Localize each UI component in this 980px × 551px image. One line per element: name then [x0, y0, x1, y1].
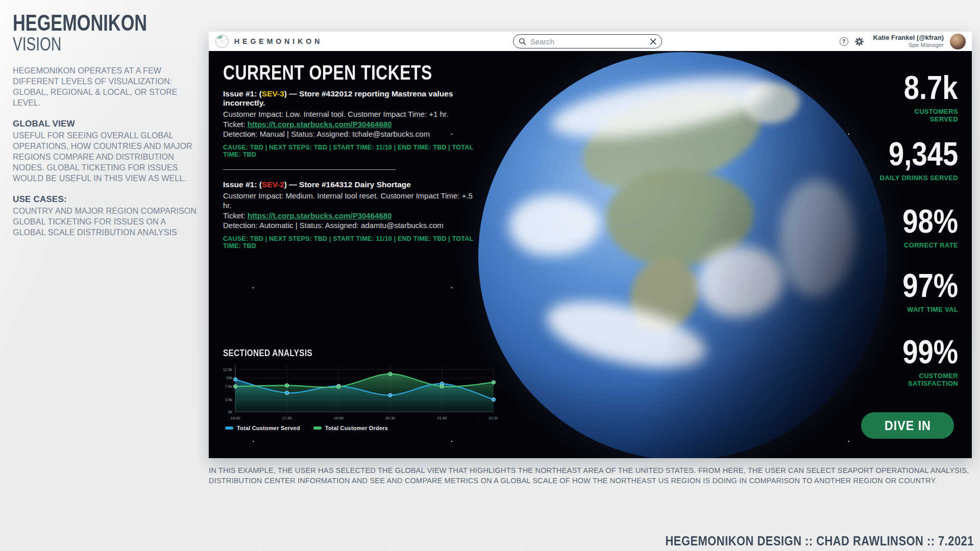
- svg-text:3.5k: 3.5k: [225, 397, 232, 402]
- severity-badge: SEV-2: [262, 180, 284, 189]
- metric-daily-drinks: 9,345 DAILY DRINKS SERVED: [876, 138, 958, 182]
- ticket-meta: CAUSE: TBD | NEXT STEPS: TBD | START TIM…: [223, 144, 481, 158]
- metric-satisfaction: 99% CUSTOMER SATISFACTION: [893, 336, 958, 387]
- ticket-impact: Customer Impact: Medium. Internal tool r…: [223, 191, 481, 211]
- metric-correct-rate: 98% CORRECT RATE: [893, 205, 958, 249]
- app-header: HEGEMONIKON ?: [209, 32, 972, 51]
- ticket-title: Issue #1: (SEV-2) — Store #164312 Dairy …: [223, 180, 481, 189]
- ticket-divider: [223, 169, 396, 170]
- svg-text:10k: 10k: [226, 375, 232, 380]
- global-view-heading: GLOBAL VIEW: [13, 118, 198, 130]
- legend-item: Total Customer Orders: [313, 425, 388, 431]
- metric-wait-time: 97% WAIT TIME VAL: [893, 269, 958, 313]
- ticket-detection: Detection: Manual | Status: Assigned: tc…: [223, 129, 481, 139]
- dashboard-panel: HEGEMONIKON ?: [209, 32, 972, 458]
- global-view-paragraph: USEFUL FOR SEEING OVERALL GLOBAL OPERATI…: [13, 130, 198, 184]
- svg-text:12.5k: 12.5k: [223, 367, 233, 372]
- settings-gear-icon[interactable]: [854, 37, 864, 46]
- svg-text:16:00: 16:00: [231, 416, 240, 420]
- legend-swatch: [313, 427, 322, 430]
- example-caption: IN THIS EXAMPLE, THE USER HAS SELECTED T…: [209, 465, 973, 486]
- svg-text:0k: 0k: [228, 410, 232, 414]
- user-avatar[interactable]: [950, 34, 966, 49]
- search-icon: [519, 38, 526, 45]
- svg-text:21:40: 21:40: [437, 416, 447, 420]
- doc-title: HEGEMONIKON: [13, 11, 157, 35]
- severity-badge: SEV-3: [262, 89, 284, 98]
- page: HEGEMONIKON VISION HEGEMONIKON OPERATES …: [0, 0, 980, 551]
- legend-label: Total Customer Served: [237, 425, 300, 431]
- chart-legend: Total Customer ServedTotal Customer Orde…: [225, 425, 506, 431]
- user-info[interactable]: Katie Frankel (@kfran) Spe Manager: [873, 34, 944, 48]
- doc-subtitle: VISION: [13, 35, 157, 54]
- hegemonikon-logo: [215, 34, 229, 48]
- ticket-link[interactable]: https://t.corp.starbucks.com/P30464680: [248, 211, 392, 220]
- open-tickets-section: CURRENT OPEN TICKETS Issue #1: (SEV-3) —…: [223, 61, 481, 251]
- ticket-item[interactable]: Issue #1: (SEV-3) — Store #432012 report…: [223, 89, 481, 158]
- help-icon[interactable]: ?: [840, 37, 848, 46]
- area-chart[interactable]: 0k3.5k7.5k10k12.5k16:0017:3019:0020:3021…: [218, 363, 498, 425]
- svg-text:19:00: 19:00: [334, 416, 344, 420]
- design-notes-sidebar: HEGEMONIKON VISION HEGEMONIKON OPERATES …: [13, 11, 198, 238]
- ticket-link[interactable]: https://t.corp.starbucks.com/P30464680: [248, 120, 392, 129]
- design-credit: HEGEMONIKON DESIGN :: CHAD RAWLINSON :: …: [665, 534, 974, 548]
- use-cases-heading: USE CASES:: [13, 194, 198, 205]
- globe-shading: [478, 52, 887, 458]
- search-bar[interactable]: [513, 34, 662, 48]
- clear-search-icon[interactable]: [650, 38, 656, 45]
- metric-customers-served: 8.7k CUSTOMERS SERVED: [894, 71, 958, 123]
- search-input[interactable]: [530, 37, 646, 46]
- ticket-link-line: Ticket: https://t.corp.starbucks.com/P30…: [223, 211, 481, 221]
- user-name: Katie Frankel (@kfran): [873, 34, 944, 42]
- dive-in-button[interactable]: DIVE IN: [861, 412, 954, 439]
- tickets-heading: CURRENT OPEN TICKETS: [223, 61, 429, 84]
- ticket-detection: Detection: Automatic | Status: Assigned:…: [223, 220, 481, 231]
- legend-swatch: [225, 427, 233, 430]
- ticket-title: Issue #1: (SEV-3) — Store #432012 report…: [223, 89, 481, 108]
- legend-item: Total Customer Served: [225, 425, 300, 431]
- svg-text:17:30: 17:30: [282, 416, 292, 420]
- ticket-meta: CAUSE: TBD | NEXT STEPS: TBD | START TIM…: [223, 235, 481, 249]
- intro-paragraph: HEGEMONIKON OPERATES AT A FEW DIFFERENT …: [13, 65, 198, 108]
- user-role: Spe Manager: [873, 42, 944, 48]
- ticket-item[interactable]: Issue #1: (SEV-2) — Store #164312 Dairy …: [223, 180, 481, 249]
- brand-name: HEGEMONIKON: [234, 37, 323, 45]
- chart-title: SECTIONED ANALYSIS: [223, 348, 464, 359]
- earth-globe[interactable]: [478, 52, 887, 458]
- ticket-link-line: Ticket: https://t.corp.starbucks.com/P30…: [223, 119, 481, 130]
- svg-text:22:30: 22:30: [489, 416, 498, 420]
- use-cases-paragraph: COUNTRY AND MAJOR REGION COMPARISON GLOB…: [13, 206, 198, 238]
- ticket-impact: Customer Impact: Low. Internal tool. Cus…: [223, 109, 481, 119]
- sectioned-analysis: SECTIONED ANALYSIS 0k3.5k7.5k10k12.5k16:…: [218, 348, 506, 431]
- svg-text:20:30: 20:30: [385, 416, 395, 420]
- svg-text:7.5k: 7.5k: [225, 384, 232, 389]
- legend-label: Total Customer Orders: [325, 425, 388, 431]
